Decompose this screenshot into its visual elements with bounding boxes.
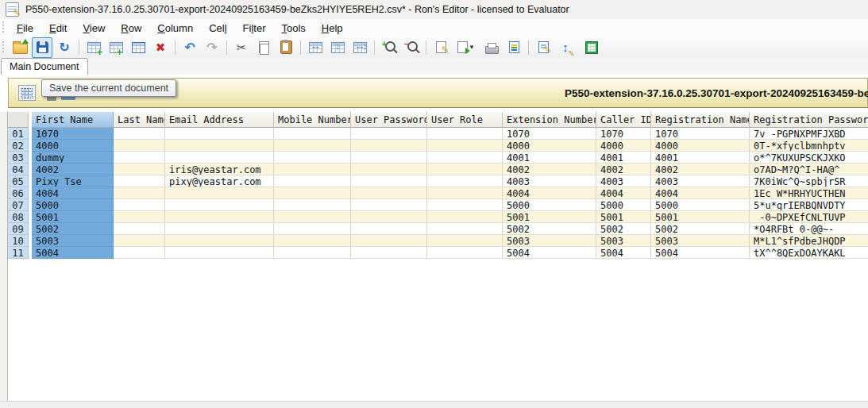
column-header-caller-id[interactable]: Caller ID [596,112,651,128]
grid-cell[interactable]: 5001 [32,211,114,223]
grid-cell[interactable] [427,152,503,164]
grid-cell[interactable]: 5002 [32,223,114,235]
edit-document-icon[interactable]: ✎ [533,37,554,58]
grid-cell[interactable]: 4000 [651,140,750,152]
copy-icon[interactable] [253,37,274,58]
grid-cell[interactable] [114,152,165,164]
edit-table-icon[interactable] [128,37,149,58]
grid-cell[interactable] [274,211,351,223]
grid-cell[interactable] [351,128,427,140]
table-view-button[interactable] [18,85,36,101]
grid-cell[interactable] [274,199,351,211]
reload-icon[interactable]: ↻ [54,37,75,58]
column-header-last-name[interactable]: Last Name [114,112,165,128]
grid-cell[interactable]: 4000 [32,140,114,152]
grid-cell[interactable] [351,223,427,235]
menu-view[interactable]: View [75,21,113,36]
column-header-email-address[interactable]: Email Address [165,112,274,128]
row-number[interactable]: 01 [8,128,29,140]
grid-cell[interactable]: 4002 [32,164,114,175]
grid-cell[interactable] [351,140,427,152]
grid-cell[interactable] [165,211,274,223]
grid-cell[interactable]: 5000 [32,199,114,211]
delete-icon[interactable]: ✖ [150,37,171,58]
grid-cell[interactable] [114,211,165,223]
grid-cell[interactable]: 1070 [503,128,596,140]
grid-corner[interactable] [8,112,29,128]
menu-edit[interactable]: Edit [41,21,75,36]
grid-cell[interactable] [165,128,274,140]
row-number[interactable]: 11 [8,247,29,259]
grid-cell[interactable]: 1070 [596,128,651,140]
grid-cell[interactable] [351,235,427,247]
row-number[interactable]: 05 [8,175,29,187]
grid-cell[interactable]: pixy@yeastar.com [165,175,274,187]
grid-cell[interactable] [274,152,351,164]
grid-cell[interactable]: 7v_-PGPNXPMFJXBD [750,128,868,140]
grid-cell[interactable] [274,128,351,140]
column-header-extension-number[interactable]: Extension Number [503,112,596,128]
grid-cell[interactable]: 4002 [503,164,596,175]
grid-cell[interactable]: 5002 [651,223,750,235]
grid-cell[interactable]: 5003 [503,235,596,247]
grid-cell[interactable] [114,247,165,259]
grid-cell[interactable]: 5000 [651,199,750,211]
grid-cell[interactable] [114,223,165,235]
grid-cell[interactable]: 4004 [651,187,750,199]
grid-cell[interactable]: 5003 [596,235,651,247]
grid-cell[interactable]: 4003 [596,175,651,187]
row-number[interactable]: 08 [8,211,29,223]
fit-row-height-icon[interactable]: ↕ [327,37,348,58]
grid-cell[interactable]: 4002 [651,164,750,175]
fit-column-width-icon[interactable]: ↔ [305,37,326,58]
grid-cell[interactable]: M*L1^sfPdbeJHQDP [750,235,868,247]
grid-cell[interactable]: 4001 [651,152,750,164]
grid-cell[interactable]: 4003 [503,175,596,187]
grid-cell[interactable]: 5004 [651,247,750,259]
grid-cell[interactable] [165,152,274,164]
row-number[interactable]: 07 [8,199,29,211]
grid-cell[interactable] [427,235,503,247]
grid-cell[interactable]: 5002 [596,223,651,235]
grid-cell[interactable]: o7AD~M?Q^I-HA@^_ [750,164,868,175]
grid-cell[interactable]: 5003 [651,235,750,247]
add-column-icon[interactable]: + [106,37,126,58]
grid-cell[interactable] [427,164,503,175]
grid-cell[interactable]: 5002 [503,223,596,235]
grid-cell[interactable]: 4004 [596,187,651,199]
grid-cell[interactable] [427,247,503,259]
menu-file[interactable]: File [9,21,41,36]
grid-cell[interactable]: *O4RFBt_0-@@~-__ [750,223,868,235]
paste-icon[interactable] [276,37,296,58]
cut-icon[interactable]: ✂ [231,37,252,58]
grid-cell[interactable] [114,164,165,175]
grid-cell[interactable] [427,211,503,223]
menu-column[interactable]: Column [149,21,201,36]
grid-cell[interactable] [351,187,427,199]
menu-tools[interactable]: Tools [273,21,313,36]
save-icon[interactable] [32,37,52,58]
grid-cell[interactable] [351,211,427,223]
grid-cell[interactable] [165,199,274,211]
grid-cell[interactable]: 5001 [596,211,651,223]
column-header-first-name[interactable]: First Name [32,112,114,128]
grid-cell[interactable]: tX^^8QExDOAYKAKL [750,247,868,259]
row-number[interactable]: 03 [8,152,29,164]
column-header-registration-name[interactable]: Registration Name [651,112,750,128]
grid-cell[interactable]: o*^7KUXUPSCKJXKO [750,152,868,164]
grid-cell[interactable] [351,175,427,187]
grid-cell[interactable] [165,223,274,235]
print-icon[interactable] [481,37,502,58]
grid-cell[interactable]: 5001 [651,211,750,223]
grid-cell[interactable]: 1Ec_W*HRHYUCTHEN [750,187,868,199]
redo-icon[interactable]: ↷ [202,37,222,58]
grid-cell[interactable] [114,235,165,247]
grid-cell[interactable]: 4004 [32,187,114,199]
menu-help[interactable]: Help [314,21,351,36]
grid-cell[interactable] [274,223,351,235]
column-header-mobile-number[interactable]: Mobile Number [274,112,351,128]
column-header-registration-password[interactable]: Registration Password [750,112,868,128]
grid-cell[interactable]: 4003 [651,175,750,187]
zoom-out-icon[interactable]: − [401,37,422,58]
grid-cell[interactable]: 0T-*xfyclbmnhptv [750,140,868,152]
